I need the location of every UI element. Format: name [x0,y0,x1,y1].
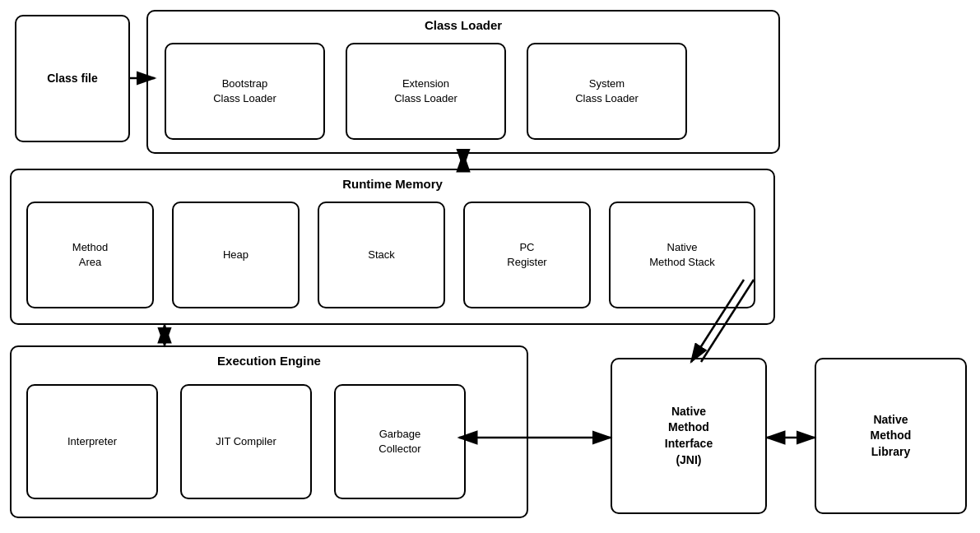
nmi-label: NativeMethodInterface(JNI) [665,404,713,468]
jit-compiler-label: JIT Compiler [216,434,276,449]
method-area-box: MethodArea [26,202,154,308]
stack-label: Stack [368,248,395,262]
interpreter-box: Interpreter [26,384,158,499]
native-method-library-box: NativeMethodLibrary [815,358,967,514]
class-loader-section: Class Loader BootstrapClass Loader Exten… [146,10,780,154]
diagram-container: Class file Class Loader BootstrapClass L… [0,0,980,533]
execution-engine-title: Execution Engine [12,354,527,368]
method-area-label: MethodArea [72,240,108,270]
extension-class-loader-box: ExtensionClass Loader [346,43,506,140]
garbage-collector-label: GarbageCollector [379,427,420,457]
bootstrap-label: BootstrapClass Loader [213,76,276,106]
heap-box: Heap [172,202,300,308]
heap-label: Heap [223,248,248,262]
extension-label: ExtensionClass Loader [394,76,457,106]
native-method-stack-label: NativeMethod Stack [649,240,715,270]
class-loader-title: Class Loader [148,18,778,32]
pc-register-label: PCRegister [507,240,546,270]
interpreter-label: Interpreter [67,434,117,449]
execution-engine-section: Execution Engine Interpreter JIT Compile… [10,345,528,518]
pc-register-box: PCRegister [463,202,591,308]
garbage-collector-box: GarbageCollector [334,384,466,499]
stack-box: Stack [318,202,445,308]
native-method-stack-box: NativeMethod Stack [609,202,755,308]
class-file-label: Class file [47,71,97,87]
bootstrap-class-loader-box: BootstrapClass Loader [165,43,325,140]
class-file-box: Class file [15,15,130,142]
nml-label: NativeMethodLibrary [871,412,912,461]
runtime-memory-title: Runtime Memory [12,177,773,191]
jit-compiler-box: JIT Compiler [180,384,312,499]
native-method-interface-box: NativeMethodInterface(JNI) [611,358,767,514]
system-class-loader-box: SystemClass Loader [527,43,687,140]
system-label: SystemClass Loader [575,76,639,106]
runtime-memory-section: Runtime Memory MethodArea Heap Stack PCR… [10,169,775,325]
